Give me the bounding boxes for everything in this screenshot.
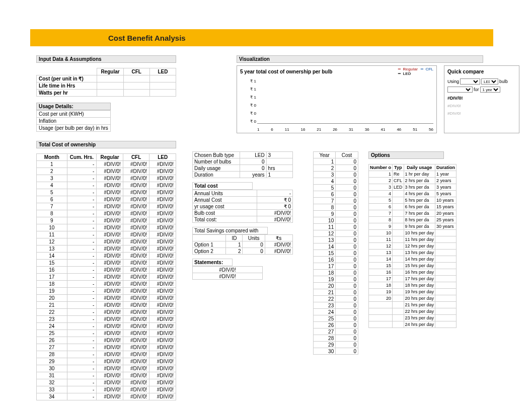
qc-select-1[interactable] bbox=[460, 78, 480, 85]
qc-select-3[interactable] bbox=[447, 87, 473, 93]
table-row: 20 bbox=[37, 295, 67, 302]
col-led: LED bbox=[149, 68, 176, 75]
table-row: 13 bbox=[37, 245, 67, 253]
table-row: 23 bbox=[37, 316, 67, 323]
tco-chart: 5 year total cost of ownership per bulb … bbox=[237, 65, 437, 133]
options-table: Number o Typ Daily usage Duration 1Re1 h… bbox=[368, 164, 457, 328]
table-row: 3 bbox=[37, 175, 67, 182]
table-row: 4 bbox=[37, 182, 67, 189]
savings-table: IDUnits₹sOption 110#DIV/0!Option 220#DIV… bbox=[192, 234, 293, 255]
table-row: 12 bbox=[37, 238, 67, 245]
total-cost-table: Annual Units-Annual Cost₹ 0yr usage cost… bbox=[192, 190, 293, 223]
table-row: 31 bbox=[37, 372, 67, 379]
row-life: Life time in Hrs bbox=[37, 83, 97, 90]
table-row: 18 bbox=[37, 281, 67, 288]
tco-header: Total Cost of ownership bbox=[36, 141, 176, 148]
table-row: 33 bbox=[37, 386, 67, 393]
title-banner: Cost Benefit Analysis bbox=[30, 29, 493, 46]
quick-compare-box: Quick compare Using LED bulb for 1 year … bbox=[444, 65, 519, 133]
chart-plot-area bbox=[257, 79, 433, 124]
usage-header: Usage Details: bbox=[36, 103, 111, 110]
tco-table: Month Cum. Hrs. Regular CFL LED 1-#DIV/0… bbox=[36, 153, 176, 400]
year-cost-table: YearCost 1020304050607080901001101201301… bbox=[313, 151, 358, 355]
chart-legend: ━Regular ━CFL ━LED bbox=[396, 67, 433, 76]
table-row: 9 bbox=[37, 217, 67, 224]
usage-table: Cost per unit (KWH) Inflation Usage (per… bbox=[36, 110, 111, 132]
table-row: 10 bbox=[37, 224, 67, 231]
statements-table: #DIV/0! #DIV/0! bbox=[192, 266, 263, 280]
table-row: 28 bbox=[37, 351, 67, 358]
row-cost: Cost (per unit in ₹) bbox=[37, 75, 97, 83]
table-row: 7 bbox=[37, 203, 67, 210]
qc-error: #DIV/0! bbox=[447, 96, 516, 101]
options-header: Options bbox=[368, 151, 444, 159]
statements-header: Statements: bbox=[192, 259, 233, 266]
table-row: 21 bbox=[37, 302, 67, 309]
table-row: 1 bbox=[37, 161, 67, 168]
qc-select-2[interactable]: LED bbox=[481, 78, 498, 85]
table-row: 30 bbox=[37, 365, 67, 372]
table-row: 26 bbox=[37, 337, 67, 344]
input-section-header: Input Data & Assumptions bbox=[36, 55, 176, 63]
qc-select-4[interactable]: 1 year bbox=[480, 87, 500, 93]
table-row: 14 bbox=[37, 253, 67, 260]
input-assumptions-table: Regular CFL LED Cost (per unit in ₹) Lif… bbox=[36, 68, 176, 97]
row-watts: Watts per hr bbox=[37, 90, 97, 97]
table-row: 24 bbox=[37, 323, 67, 330]
usage-row: Usage (per bulb per day) in hrs bbox=[37, 125, 111, 132]
table-row: 15 bbox=[37, 260, 67, 267]
table-row: 34 bbox=[37, 393, 67, 400]
table-row: 2 bbox=[37, 168, 67, 175]
table-row: 29 bbox=[37, 358, 67, 365]
page-title: Cost Benefit Analysis bbox=[108, 34, 186, 42]
table-row: 25 bbox=[37, 330, 67, 337]
table-row: 8 bbox=[37, 210, 67, 217]
col-cfl: CFL bbox=[123, 68, 149, 75]
table-row: 16 bbox=[37, 267, 67, 274]
chosen-table: Chosen Bulb typeLED3Number of bulbs0Dail… bbox=[192, 151, 293, 178]
table-row: 17 bbox=[37, 274, 67, 281]
qc-title: Quick compare bbox=[447, 69, 516, 74]
usage-row: Cost per unit (KWH) bbox=[37, 111, 111, 118]
total-cost-header: Total cost bbox=[192, 182, 253, 190]
table-row: 19 bbox=[37, 288, 67, 295]
viz-section-header: Visualization bbox=[237, 55, 483, 63]
table-row: 11 bbox=[37, 231, 67, 238]
usage-row: Inflation bbox=[37, 118, 111, 125]
savings-header: Total Savings compared with bbox=[192, 227, 268, 234]
table-row: 32 bbox=[37, 379, 67, 386]
table-row: 5 bbox=[37, 189, 67, 196]
col-regular: Regular bbox=[97, 68, 123, 75]
table-row: 22 bbox=[37, 309, 67, 316]
table-row: 6 bbox=[37, 196, 67, 203]
table-row: 27 bbox=[37, 344, 67, 351]
